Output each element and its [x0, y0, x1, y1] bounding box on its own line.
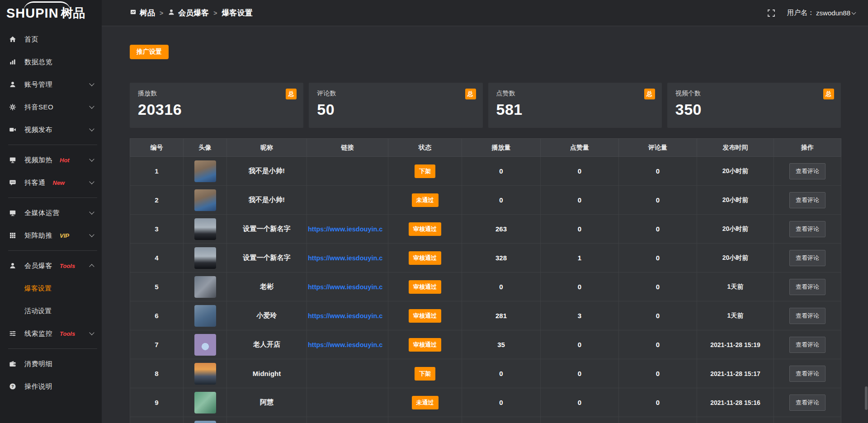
stat-label: 点赞数: [496, 89, 654, 98]
total-badge: 总: [465, 89, 476, 99]
sidebar-item-douketong[interactable]: 抖客通New: [0, 171, 102, 194]
avatar: [194, 247, 216, 269]
status-cell: 审核通过: [388, 330, 462, 359]
brand-logo[interactable]: SHUPIN 树品: [0, 0, 102, 26]
view-comments-button[interactable]: 查看评论: [789, 395, 826, 411]
stat-cards: 播放数 总 20316 评论数 总 50 点赞数 总 581 视频个数 总 35…: [130, 83, 841, 128]
sidebar-subitem-baoke-settings[interactable]: 爆客设置: [0, 277, 102, 300]
action-cell: [774, 417, 841, 423]
video-link[interactable]: https://www.iesdouyin.c: [308, 341, 388, 348]
video-link[interactable]: https://www.iesdouyin.c: [308, 283, 388, 291]
menu-divider: [8, 348, 97, 349]
stat-label: 视频个数: [675, 89, 833, 98]
table-row: 4设置一个新名字https://www.iesdouyin.c审核通过32810…: [130, 244, 841, 273]
view-comments-button[interactable]: 查看评论: [789, 250, 826, 266]
view-comments-button[interactable]: 查看评论: [789, 337, 826, 353]
status-cell: 审核通过: [388, 301, 462, 330]
avatar-cell: [184, 157, 227, 186]
sidebar-item-matrix-boost[interactable]: 矩阵助推VIP: [0, 224, 102, 247]
table-row: 5老彬https://www.iesdouyin.c审核通过0001天前查看评论: [130, 273, 841, 301]
avatar-cell: [184, 359, 227, 388]
view-comments-button[interactable]: 查看评论: [789, 192, 826, 208]
column-header: 操作: [774, 139, 841, 157]
publish-time-cell: 2021-11-28 15:16: [697, 388, 774, 417]
status-badge[interactable]: 下架: [415, 367, 435, 381]
user-menu[interactable]: 用户名： zswodun88: [787, 9, 855, 17]
status-badge[interactable]: 审核通过: [409, 280, 441, 294]
fullscreen-icon[interactable]: [767, 9, 775, 17]
row-number-cell: 9: [130, 388, 184, 417]
plays-cell: 0: [462, 186, 541, 215]
video-link[interactable]: https://www.iesdouyin.c: [308, 226, 388, 233]
sidebar-item-data-overview[interactable]: 数据总览: [0, 51, 102, 73]
sidebar-item-operation-guide[interactable]: ?操作说明: [0, 375, 102, 398]
view-comments-button[interactable]: 查看评论: [789, 163, 826, 179]
status-badge[interactable]: 未通过: [412, 193, 439, 207]
row-number-cell: 5: [130, 273, 184, 301]
status-badge[interactable]: 审核通过: [409, 338, 441, 352]
view-comments-button[interactable]: 查看评论: [789, 279, 826, 295]
video-link[interactable]: https://www.iesdouyin.c: [308, 312, 388, 320]
action-cell: 查看评论: [774, 273, 841, 301]
link-cell: [307, 359, 388, 388]
action-cell: 查看评论: [774, 301, 841, 330]
comments-cell: 0: [619, 273, 697, 301]
link-cell: https://www.iesdouyin.c: [307, 301, 388, 330]
promo-settings-button[interactable]: 推广设置: [130, 45, 169, 59]
view-comments-button[interactable]: 查看评论: [789, 366, 826, 382]
column-header: 点赞量: [541, 139, 619, 157]
link-cell: https://www.iesdouyin.c: [307, 330, 388, 359]
breadcrumb-item-shupin[interactable]: 树品: [130, 8, 155, 18]
nickname-cell: [227, 417, 307, 423]
table-row: [130, 417, 841, 423]
status-badge[interactable]: 审核通过: [409, 309, 441, 323]
publish-time-cell: 20小时前: [697, 244, 774, 273]
action-cell: 查看评论: [774, 186, 841, 215]
status-badge[interactable]: 审核通过: [409, 222, 441, 236]
status-badge[interactable]: 审核通过: [409, 251, 441, 265]
chevron-down-icon: [89, 209, 94, 214]
breadcrumb-item-member-baoke[interactable]: 会员爆客: [168, 8, 209, 18]
view-comments-button[interactable]: 查看评论: [789, 221, 826, 237]
status-cell: 审核通过: [388, 244, 462, 273]
status-cell: [388, 417, 462, 423]
status-cell: 审核通过: [388, 273, 462, 301]
sidebar-item-badge: Hot: [60, 157, 70, 164]
sidebar-item-douyin-seo[interactable]: 抖音SEO: [0, 96, 102, 118]
link-cell: https://www.iesdouyin.c: [307, 244, 388, 273]
sidebar-item-member-baoke[interactable]: 会员爆客Tools: [0, 254, 102, 277]
sidebar-item-video-heat[interactable]: 视频加热Hot: [0, 149, 102, 171]
table-row: 1我不是小帅!下架00020小时前查看评论: [130, 157, 841, 186]
chevron-down-icon: [89, 330, 94, 335]
sidebar-item-label: 账号管理: [24, 80, 52, 89]
sidebar-item-account-management[interactable]: 账号管理: [0, 73, 102, 96]
chat-icon: [9, 179, 18, 186]
view-comments-button[interactable]: 查看评论: [789, 308, 826, 324]
status-badge[interactable]: 未通过: [412, 396, 439, 409]
column-header: 头像: [184, 139, 227, 157]
plays-cell: 0: [462, 388, 541, 417]
breadcrumb-item-baoke-settings[interactable]: 爆客设置: [222, 8, 252, 18]
table-row: 9阿慧未通过0002021-11-28 15:16查看评论: [130, 388, 841, 417]
row-number-cell: 8: [130, 359, 184, 388]
nickname-cell: 小爱玲: [227, 301, 307, 330]
sidebar-item-all-media-operation[interactable]: 全媒体运营: [0, 202, 102, 224]
comments-cell: 0: [619, 186, 697, 215]
sidebar-item-home[interactable]: 首页: [0, 28, 102, 51]
nickname-cell: 阿慧: [227, 388, 307, 417]
action-cell: 查看评论: [774, 330, 841, 359]
avatar: [194, 218, 216, 240]
chevron-down-icon: [852, 10, 856, 14]
sidebar-item-consume-detail[interactable]: 消费明细: [0, 352, 102, 375]
likes-cell: 0: [541, 157, 619, 186]
sidebar-item-clue-monitor[interactable]: 线索监控Tools: [0, 322, 102, 345]
sidebar-item-video-publish[interactable]: 视频发布: [0, 118, 102, 141]
sidebar-subitem-activity-settings[interactable]: 活动设置: [0, 300, 102, 322]
video-link[interactable]: https://www.iesdouyin.c: [308, 254, 388, 262]
scrollbar-thumb[interactable]: [865, 386, 868, 410]
sidebar-item-badge: Tools: [60, 330, 75, 337]
row-number-cell: 4: [130, 244, 184, 273]
nickname-cell: 老彬: [227, 273, 307, 301]
avatar: [194, 160, 216, 182]
status-badge[interactable]: 下架: [415, 164, 435, 178]
